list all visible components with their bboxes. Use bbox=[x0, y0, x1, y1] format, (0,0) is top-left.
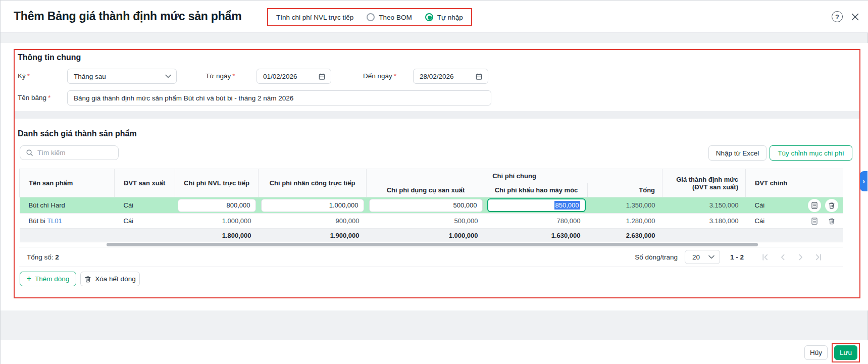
calculate-row-button[interactable] bbox=[808, 199, 821, 212]
calendar-icon[interactable] bbox=[318, 73, 326, 80]
radio-theo-bom-label: Theo BOM bbox=[379, 14, 412, 21]
depreciation-cost-input-focused[interactable]: 850,000 bbox=[487, 198, 586, 212]
next-page-button[interactable] bbox=[796, 253, 805, 262]
col-main-uom: ĐVT chính bbox=[746, 169, 843, 197]
page-range: 1 - 2 bbox=[730, 253, 744, 261]
customize-cost-button[interactable]: Tùy chỉnh mục chi phí bbox=[770, 145, 852, 161]
titlebar-icons: ? bbox=[832, 1, 859, 33]
delete-all-rows-button[interactable]: Xóa hết dòng bbox=[80, 272, 140, 286]
search-icon bbox=[26, 149, 33, 157]
table-row: Bút chì Hard Cái 850,000 1.350,000 3.150… bbox=[20, 197, 843, 214]
cost-table: Tên sản phẩm ĐVT sản xuất Chi phí NVL tr… bbox=[19, 169, 843, 267]
total-depreciation: 1.630,000 bbox=[485, 229, 588, 242]
cancel-button[interactable]: Hủy bbox=[804, 345, 828, 360]
required-marker: * bbox=[394, 72, 396, 80]
to-date-input[interactable]: 28/02/2026 bbox=[413, 69, 488, 84]
help-icon[interactable]: ? bbox=[832, 11, 843, 22]
col-depreciation-cost: Chi phí khấu hao máy móc bbox=[485, 183, 588, 197]
general-info-title: Thông tin chung bbox=[18, 53, 81, 62]
col-overhead-total: Tổng bbox=[588, 183, 662, 197]
radio-tu-nhap[interactable]: Tự nhập bbox=[425, 13, 463, 21]
pager-controls bbox=[761, 253, 837, 262]
annotation-box-save: Lưu bbox=[832, 343, 860, 362]
search-input-wrap bbox=[20, 145, 119, 160]
horizontal-scrollbar bbox=[19, 242, 843, 247]
totals-row: 1.800,000 1.900,000 1.000,000 1.630,000 … bbox=[20, 229, 843, 242]
plus-icon: + bbox=[27, 274, 31, 283]
required-marker: * bbox=[232, 72, 235, 80]
col-production-uom: ĐVT sản xuất bbox=[115, 169, 175, 197]
depreciation-cost-cell: 850,000 bbox=[485, 197, 588, 214]
labor-cost-input[interactable] bbox=[261, 199, 364, 212]
total-tools: 1.000,000 bbox=[367, 229, 485, 242]
to-date-label: Đến ngày* bbox=[363, 69, 396, 84]
table-row: Bút bi TL01 Cái 1.000,000 900,000 500,00… bbox=[20, 214, 843, 229]
chevron-down-icon bbox=[165, 74, 171, 78]
chevron-right-icon: › bbox=[862, 177, 865, 185]
product-name-cell: Bút chì Hard bbox=[20, 197, 115, 214]
table-name-input[interactable] bbox=[67, 90, 491, 106]
col-standard-cost: Giá thành định mức (ĐVT sản xuất) bbox=[662, 169, 746, 197]
radio-selected-icon bbox=[425, 13, 433, 21]
tool-cost-cell[interactable]: 500,000 bbox=[367, 214, 485, 229]
calendar-icon[interactable] bbox=[475, 73, 483, 80]
close-icon[interactable] bbox=[851, 13, 859, 21]
rows-per-page-select[interactable]: 20 bbox=[685, 250, 720, 264]
titlebar: Thêm Bảng giá thành định mức sản phẩm Tí… bbox=[1, 1, 868, 33]
page-title: Thêm Bảng giá thành định mức sản phẩm bbox=[14, 1, 241, 32]
last-page-button[interactable] bbox=[814, 253, 823, 262]
import-excel-button[interactable]: Nhập từ Excel bbox=[708, 145, 767, 161]
standard-cost-cell: 3.150,000 bbox=[662, 197, 746, 214]
from-date-value: 01/02/2026 bbox=[257, 73, 318, 80]
calculate-row-button[interactable] bbox=[808, 215, 821, 228]
trash-icon bbox=[84, 276, 91, 283]
production-uom-cell: Cái bbox=[115, 197, 175, 214]
main-uom-cell: Cái bbox=[746, 214, 843, 229]
radio-theo-bom[interactable]: Theo BOM bbox=[367, 13, 412, 21]
scrollbar-thumb[interactable] bbox=[107, 243, 758, 246]
labor-cost-cell bbox=[259, 197, 367, 214]
material-cost-cell[interactable]: 1.000,000 bbox=[175, 214, 259, 229]
period-select[interactable]: Tháng sau bbox=[67, 69, 177, 84]
product-name-cell: Bút bi TL01 bbox=[20, 214, 115, 229]
pagination-bar: Tổng số: 2 Số dòng/trang 20 1 - 2 bbox=[19, 247, 843, 267]
modal-footer: Hủy Lưu bbox=[1, 340, 868, 364]
period-value: Tháng sau bbox=[68, 73, 165, 80]
total-overhead: 2.630,000 bbox=[588, 229, 662, 242]
total-labor: 1.900,000 bbox=[259, 229, 367, 242]
main-uom-cell: Cái bbox=[746, 197, 843, 214]
expand-panel-tab[interactable]: › bbox=[860, 171, 867, 191]
tool-cost-cell bbox=[367, 197, 485, 214]
rows-per-page-label: Số dòng/trang bbox=[635, 253, 678, 261]
total-count-value: 2 bbox=[55, 253, 59, 261]
labor-cost-cell[interactable]: 900,000 bbox=[259, 214, 367, 229]
add-row-button[interactable]: + Thêm dòng bbox=[20, 272, 76, 286]
delete-row-button[interactable] bbox=[825, 199, 838, 212]
modal-body: Thông tin chung Kỳ* Tháng sau Từ ngày* 0… bbox=[1, 43, 868, 310]
col-tool-cost: Chi phí dụng cụ sản xuất bbox=[367, 183, 485, 197]
chevron-down-icon bbox=[708, 255, 714, 259]
col-direct-material-cost: Chi phí NVL trực tiếp bbox=[175, 169, 259, 197]
section-divider bbox=[15, 111, 859, 119]
table-name-label: Tên bảng* bbox=[18, 90, 50, 106]
production-uom-cell: Cái bbox=[115, 214, 175, 229]
required-marker: * bbox=[48, 94, 50, 101]
cost-list-title: Danh sách giá thành sản phẩm bbox=[18, 129, 137, 138]
col-direct-labor-cost: Chi phí nhân công trực tiếp bbox=[259, 169, 367, 197]
delete-row-button[interactable] bbox=[825, 215, 838, 228]
product-code-link[interactable]: TL01 bbox=[47, 217, 62, 225]
search-input[interactable] bbox=[37, 149, 118, 157]
first-page-button[interactable] bbox=[761, 253, 770, 262]
overhead-total-cell: 1.280,000 bbox=[588, 214, 662, 229]
overhead-total-cell: 1.350,000 bbox=[588, 197, 662, 214]
total-material: 1.800,000 bbox=[175, 229, 259, 242]
annotation-box-nvl-toggle: Tính chi phí NVL trực tiếp Theo BOM Tự n… bbox=[267, 8, 472, 26]
total-count: Tổng số: 2 bbox=[27, 253, 59, 261]
depreciation-cost-cell[interactable]: 780,000 bbox=[485, 214, 588, 229]
col-product-name: Tên sản phẩm bbox=[20, 169, 115, 197]
save-button[interactable]: Lưu bbox=[834, 345, 857, 360]
tool-cost-input[interactable] bbox=[369, 199, 483, 212]
from-date-input[interactable]: 01/02/2026 bbox=[257, 69, 331, 84]
prev-page-button[interactable] bbox=[779, 253, 787, 262]
material-cost-input[interactable] bbox=[178, 199, 256, 212]
